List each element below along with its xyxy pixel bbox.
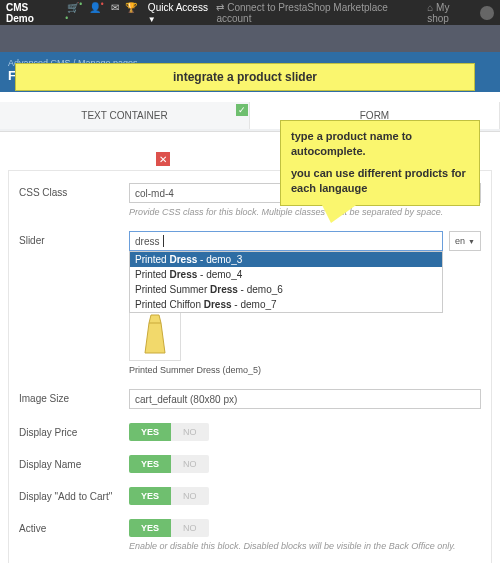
tab-text-container[interactable]: TEXT CONTAINER — [0, 102, 250, 129]
toggle-display-name[interactable]: YES NO — [129, 455, 209, 473]
toggle-display-cart[interactable]: YES NO — [129, 487, 209, 505]
mail-icon[interactable]: ✉ — [111, 2, 119, 13]
label-active: Active — [19, 519, 129, 534]
toggle-display-price[interactable]: YES NO — [129, 423, 209, 441]
dress-icon — [137, 313, 173, 357]
toggle-active[interactable]: YES NO — [129, 519, 209, 537]
label-slider: Slider — [19, 231, 129, 246]
label-display-price: Display Price — [19, 423, 129, 438]
quick-access-menu[interactable]: Quick Access ▼ — [148, 2, 217, 24]
connect-link[interactable]: ⇄ Connect to PrestaShop Marketplace acco… — [216, 2, 419, 24]
label-display-cart: Display "Add to Cart" — [19, 487, 129, 502]
tab-badge-icon[interactable]: ✓ — [236, 104, 248, 116]
remove-slice-button[interactable]: ✕ — [156, 152, 170, 166]
callout-title: integrate a product slider — [15, 63, 475, 91]
row-display-name: Display Name YES NO — [19, 455, 481, 473]
label-image-size: Image Size — [19, 389, 129, 404]
callout-tip: type a product name to autocomplete. you… — [280, 120, 480, 206]
autocomplete-list: Printed Dress - demo_3 Printed Dress - d… — [129, 251, 443, 313]
product-thumbnail-label: Printed Summer Dress (demo_5) — [129, 365, 481, 375]
cart-icon[interactable]: 🛒• — [67, 2, 82, 13]
help-css-class: Provide CSS class for this block. Multip… — [129, 207, 481, 217]
callout-tip-line2: you can use different prodicts for each … — [291, 166, 469, 197]
chevron-down-icon: ▼ — [468, 238, 475, 245]
help-active: Enable or disable this block. Disabled b… — [129, 541, 481, 551]
language-selector[interactable]: en▼ — [449, 231, 481, 251]
row-display-price: Display Price YES NO — [19, 423, 481, 441]
label-display-name: Display Name — [19, 455, 129, 470]
row-image-size: Image Size — [19, 389, 481, 409]
topbar-icons: 🛒• 👤• ✉ 🏆• — [65, 0, 140, 27]
image-size-select[interactable] — [129, 389, 481, 409]
chevron-down-icon: ▼ — [148, 15, 156, 24]
autocomplete-option[interactable]: Printed Chiffon Dress - demo_7 — [130, 297, 442, 312]
text-cursor — [163, 235, 164, 247]
top-bar: CMS Demo 🛒• 👤• ✉ 🏆• Quick Access ▼ ⇄ Con… — [0, 0, 500, 25]
row-display-cart: Display "Add to Cart" YES NO — [19, 487, 481, 505]
my-shop-link[interactable]: ⌂ My shop — [427, 2, 472, 24]
user-icon[interactable]: 👤• — [89, 2, 104, 13]
autocomplete-option[interactable]: Printed Dress - demo_3 — [130, 252, 442, 267]
row-active: Active YES NO Enable or disable this blo… — [19, 519, 481, 551]
label-css-class: CSS Class — [19, 183, 129, 198]
avatar[interactable] — [480, 6, 494, 20]
menu-strip — [0, 25, 500, 52]
row-slider: Slider Printed Dress - demo_3 Printed Dr… — [19, 231, 481, 375]
brand-label: CMS Demo — [6, 2, 57, 24]
product-thumbnail — [129, 309, 181, 361]
form-panel: CSS Class Provide CSS class for this blo… — [8, 170, 492, 563]
autocomplete-option[interactable]: Printed Dress - demo_4 — [130, 267, 442, 282]
callout-tip-line1: type a product name to autocomplete. — [291, 129, 469, 160]
autocomplete-option[interactable]: Printed Summer Dress - demo_6 — [130, 282, 442, 297]
slider-input[interactable] — [129, 231, 443, 251]
